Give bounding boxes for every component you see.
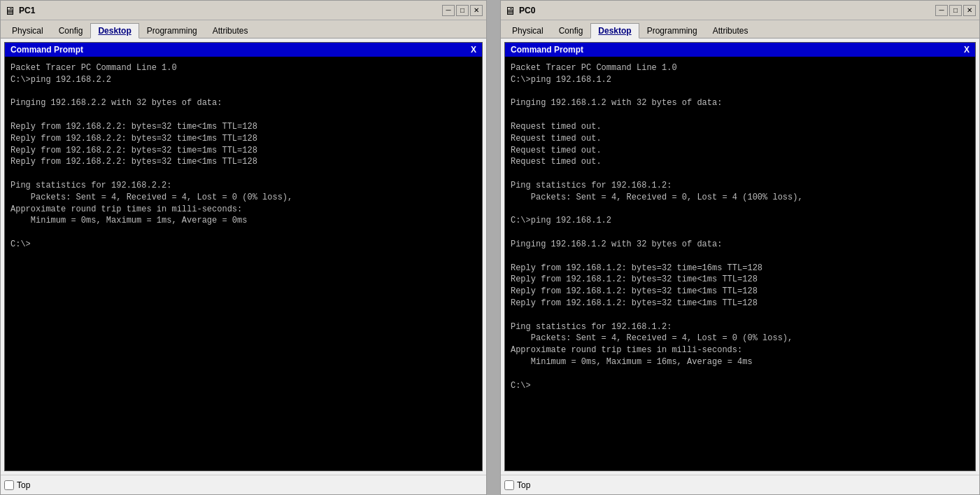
- pc1-bottom-bar: Top: [1, 475, 486, 494]
- pc0-title: PC0: [519, 6, 535, 15]
- pc1-title-left: 🖥 PC1: [4, 5, 35, 16]
- pc1-cmd-close-button[interactable]: X: [471, 45, 476, 55]
- pc1-title-bar: 🖥 PC1 ─ □ ✕: [1, 1, 486, 20]
- pc1-window-controls: ─ □ ✕: [442, 5, 483, 16]
- pc0-bottom-bar: Top: [501, 475, 979, 494]
- pc0-title-left: 🖥 PC0: [504, 5, 535, 16]
- pc0-maximize-button[interactable]: □: [949, 5, 962, 16]
- pc1-cmd-body[interactable]: Packet Tracer PC Command Line 1.0 C:\>pi…: [5, 57, 482, 470]
- pc0-tab-desktop[interactable]: Desktop: [590, 23, 639, 39]
- pc1-window: 🖥 PC1 ─ □ ✕ Physical Config Desktop Prog…: [0, 0, 487, 495]
- pc0-close-button[interactable]: ✕: [963, 5, 976, 16]
- pc1-tab-attributes[interactable]: Attributes: [205, 23, 256, 39]
- pc1-tab-bar: Physical Config Desktop Programming Attr…: [1, 20, 486, 39]
- pc0-cmd-title: Command Prompt: [511, 45, 583, 55]
- pc0-content-area: Command Prompt X Packet Tracer PC Comman…: [501, 39, 979, 475]
- pc1-content-area: Command Prompt X Packet Tracer PC Comman…: [1, 39, 486, 475]
- pc1-tab-config[interactable]: Config: [51, 23, 91, 39]
- pc1-maximize-button[interactable]: □: [456, 5, 469, 16]
- pc1-top-checkbox[interactable]: [4, 480, 14, 490]
- pc0-top-checkbox[interactable]: [504, 480, 514, 490]
- pc0-tab-physical[interactable]: Physical: [504, 23, 551, 39]
- pc1-title: PC1: [19, 6, 35, 15]
- pc0-tab-bar: Physical Config Desktop Programming Attr…: [501, 20, 979, 39]
- pc0-cmd-body[interactable]: Packet Tracer PC Command Line 1.0 C:\>pi…: [505, 57, 975, 470]
- pc1-icon: 🖥: [4, 5, 15, 16]
- pc0-tab-config[interactable]: Config: [551, 23, 591, 39]
- pc1-cmd-title-bar: Command Prompt X: [5, 43, 482, 57]
- pc1-minimize-button[interactable]: ─: [442, 5, 455, 16]
- pc1-tab-physical[interactable]: Physical: [4, 23, 51, 39]
- pc1-close-button[interactable]: ✕: [470, 5, 483, 16]
- pc0-top-label: Top: [517, 480, 530, 490]
- pc0-title-bar: 🖥 PC0 ─ □ ✕: [501, 1, 979, 20]
- pc1-cmd-title: Command Prompt: [10, 45, 83, 55]
- pc0-minimize-button[interactable]: ─: [935, 5, 948, 16]
- pc0-cmd-close-button[interactable]: X: [964, 45, 970, 55]
- pc1-tab-programming[interactable]: Programming: [139, 23, 205, 39]
- pc0-icon: 🖥: [504, 5, 516, 16]
- pc0-tab-attributes[interactable]: Attributes: [705, 23, 756, 39]
- pc1-tab-desktop[interactable]: Desktop: [90, 23, 139, 39]
- pc0-tab-programming[interactable]: Programming: [639, 23, 705, 39]
- pc0-window: 🖥 PC0 ─ □ ✕ Physical Config Desktop Prog…: [500, 0, 980, 495]
- pc0-window-controls: ─ □ ✕: [935, 5, 976, 16]
- pc0-cmd-title-bar: Command Prompt X: [505, 43, 975, 57]
- pc0-cmd-window: Command Prompt X Packet Tracer PC Comman…: [504, 42, 976, 471]
- pc1-top-label: Top: [17, 480, 30, 490]
- window-divider: [487, 0, 492, 495]
- pc1-cmd-window: Command Prompt X Packet Tracer PC Comman…: [4, 42, 483, 471]
